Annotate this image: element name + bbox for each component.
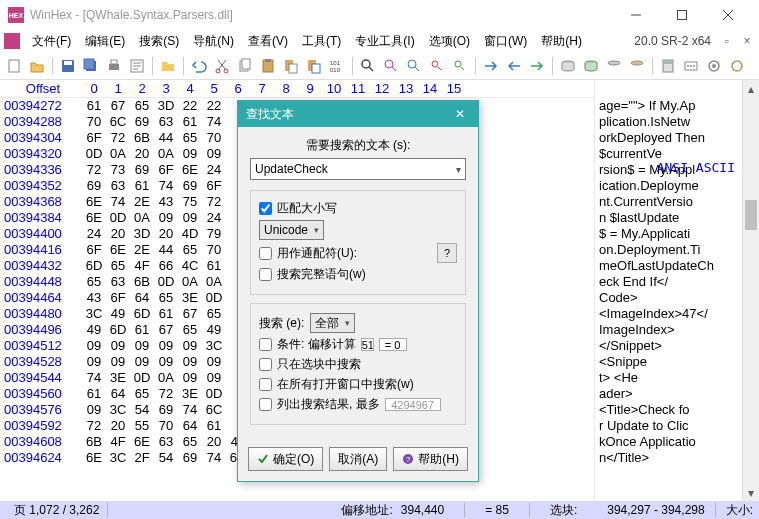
menu-help[interactable]: 帮助(H) [535,31,588,52]
condition-checkbox[interactable]: 条件: 偏移计算 [259,336,457,353]
ascii-line: Code> [599,290,740,306]
cond-val2-input[interactable] [379,338,407,351]
search-input[interactable]: UpdateCheck ▾ [250,158,466,180]
disk4-icon[interactable] [627,56,647,76]
window-title: WinHex - [QWhale.Syntax.Parsers.dll] [30,8,613,22]
svg-point-28 [608,61,620,65]
menu-file[interactable]: 文件(F) [26,31,77,52]
disk2-icon[interactable] [581,56,601,76]
clipboard-icon[interactable] [258,56,278,76]
find-icon[interactable] [358,56,378,76]
ascii-line: $ = My.Applicati [599,226,740,242]
svg-point-35 [693,65,695,67]
chevron-down-icon[interactable]: ▾ [456,164,461,175]
disk3-icon[interactable] [604,56,624,76]
offset-label: 偏移地址: [333,502,400,519]
dialog-titlebar[interactable]: 查找文本 ✕ [238,101,478,127]
open-icon[interactable] [27,56,47,76]
dialog-title: 查找文本 [246,106,450,123]
svg-point-22 [385,60,393,68]
svg-rect-7 [111,60,117,64]
tab-close-button[interactable]: × [739,33,755,49]
scroll-thumb[interactable] [745,200,757,230]
svg-point-25 [455,61,461,67]
chevron-down-icon: ▾ [314,225,319,235]
menu-options[interactable]: 选项(O) [423,31,476,52]
maximize-button[interactable] [659,0,705,30]
paste2-icon[interactable] [304,56,324,76]
wholewords-checkbox[interactable]: 搜索完整语句(w) [259,266,457,283]
app-icon: HEX [8,7,24,23]
sel-value: 394,297 - 394,298 [607,503,704,517]
scrollbar[interactable]: ▴ ▾ [742,80,759,501]
scroll-down-icon[interactable]: ▾ [743,484,759,501]
menu-window[interactable]: 窗口(W) [478,31,533,52]
ascii-line: r Update to Clic [599,418,740,434]
properties-icon[interactable] [127,56,147,76]
copy-icon[interactable] [235,56,255,76]
folder-icon[interactable] [158,56,178,76]
print-icon[interactable] [104,56,124,76]
menu-view[interactable]: 查看(V) [242,31,294,52]
menu-protools[interactable]: 专业工具(I) [349,31,420,52]
dialog-close-button[interactable]: ✕ [450,107,470,121]
findprev-icon[interactable] [427,56,447,76]
minimize-button[interactable] [613,0,659,30]
svg-rect-12 [242,59,250,69]
svg-point-34 [690,65,692,67]
binary-icon[interactable]: 101010 [327,56,347,76]
forward-icon[interactable] [527,56,547,76]
findnext-icon[interactable] [450,56,470,76]
calc-icon[interactable] [658,56,678,76]
help-button[interactable]: ?帮助(H) [393,447,468,471]
svg-point-38 [732,61,742,71]
menu-edit[interactable]: 编辑(E) [79,31,131,52]
all-windows-checkbox[interactable]: 在所有打开窗口中搜索(w) [259,376,457,393]
wildcards-checkbox[interactable]: 用作通配符(U):? [259,243,457,263]
chevron-down-icon: ▾ [345,318,350,328]
in-block-checkbox[interactable]: 只在选块中搜索 [259,356,457,373]
findhex-icon[interactable] [381,56,401,76]
ascii-line: ication.Deployme [599,178,740,194]
close-button[interactable] [705,0,751,30]
search-label: 需要搜索的文本 (s): [250,137,466,154]
ascii-line: age=""> If My.Ap [599,98,740,114]
gear-icon[interactable] [704,56,724,76]
svg-point-37 [712,64,716,68]
svg-point-24 [432,61,438,67]
goto-icon[interactable] [481,56,501,76]
opts-icon[interactable] [681,56,701,76]
back-icon[interactable] [504,56,524,76]
list-results-checkbox[interactable]: 列出搜索结果, 最多 [259,396,457,413]
paste-icon[interactable] [281,56,301,76]
undo-icon[interactable] [189,56,209,76]
new-icon[interactable] [4,56,24,76]
list-max-input[interactable] [385,398,441,411]
encoding-select[interactable]: Unicode▾ [259,220,324,240]
findtext-icon[interactable] [404,56,424,76]
cut-icon[interactable] [212,56,232,76]
saveall-icon[interactable] [81,56,101,76]
ascii-line: <Title>Check fo [599,402,740,418]
wildcard-help-button[interactable]: ? [437,243,457,263]
scope-select[interactable]: 全部▾ [310,313,355,333]
menu-nav[interactable]: 导航(N) [187,31,240,52]
menu-tools[interactable]: 工具(T) [296,31,347,52]
scroll-up-icon[interactable]: ▴ [743,80,759,97]
ok-button[interactable]: 确定(O) [248,447,323,471]
disk1-icon[interactable] [558,56,578,76]
toolbar: 101010 [0,52,759,80]
gear2-icon[interactable] [727,56,747,76]
ascii-line: orkDeployed Then [599,130,740,146]
svg-point-23 [408,60,416,68]
match-case-checkbox[interactable]: 匹配大小写 [259,200,457,217]
menu-search[interactable]: 搜索(S) [133,31,185,52]
ascii-line: ImageIndex> [599,322,740,338]
cond-val1-input[interactable] [361,338,374,351]
tab-restore-button[interactable]: ▫ [719,33,735,49]
svg-rect-3 [64,61,72,65]
ascii-panel: ANSI ASCII age=""> If My.Application.IsN… [594,80,742,501]
svg-rect-5 [84,59,94,69]
save-icon[interactable] [58,56,78,76]
cancel-button[interactable]: 取消(A) [329,447,387,471]
